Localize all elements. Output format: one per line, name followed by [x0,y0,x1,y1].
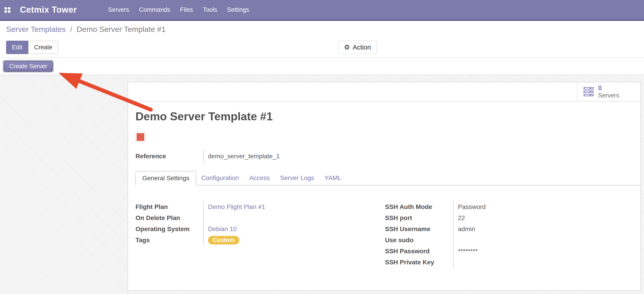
action-button-label: Action [353,44,371,51]
values-column: Password 22 admin ******** [453,201,633,268]
apps-grid-square [4,7,7,10]
ssh-port-value: 22 [458,212,633,223]
tags-label: Tags [136,234,203,246]
stat-count: 0 [598,84,619,92]
menu-settings[interactable]: Settings [222,0,254,20]
button-box: 0 Servers [128,82,640,101]
action-button[interactable]: ⚙ Action [338,41,377,54]
labels-column: Flight Plan On Delete Plan Operating Sys… [136,201,203,246]
app-brand[interactable]: Cetmix Tower [20,5,77,15]
breadcrumb-separator: / [68,25,74,34]
use-sudo-label: Use sudo [385,234,453,246]
apps-grid-icon[interactable] [4,7,10,13]
reference-value: demo_server_template_1 [203,149,280,164]
stat-texts: 0 Servers [598,84,619,99]
use-sudo-value [458,234,633,246]
on-delete-plan-value [208,212,385,223]
ssh-private-key-value [458,257,633,268]
ssh-auth-mode-value: Password [458,201,633,212]
reference-field-row: Reference demo_server_template_1 [136,149,631,164]
servers-stat-button[interactable]: 0 Servers [577,82,640,101]
labels-column: SSH Auth Mode SSH port SSH Username Use … [385,201,453,268]
tab-server-logs[interactable]: Server Logs [275,171,319,185]
flight-plan-value-link[interactable]: Demo Flight Plan #1 [208,203,265,211]
operating-system-label: Operating System [136,223,203,234]
group-ssh: SSH Auth Mode SSH port SSH Username Use … [385,201,633,268]
tab-general-settings[interactable]: General Settings [136,171,196,186]
notebook-tabs: General Settings Configuration Access Se… [136,171,640,186]
breadcrumb-server-templates[interactable]: Server Templates [6,25,66,34]
tab-configuration[interactable]: Configuration [196,171,244,185]
menu-commands[interactable]: Commands [134,0,175,20]
tag-custom: Custom [208,236,239,244]
ssh-username-value: admin [458,223,633,234]
record-color-swatch [136,133,144,141]
top-navbar: Cetmix Tower Servers Commands Files Tool… [0,0,644,21]
record-title: Demo Server Template #1 [136,110,273,123]
breadcrumb: Server Templates / Demo Server Template … [6,25,166,34]
ssh-auth-mode-label: SSH Auth Mode [385,201,453,212]
ssh-username-label: SSH Username [385,223,453,234]
group-general: Flight Plan On Delete Plan Operating Sys… [136,201,385,246]
edit-button[interactable]: Edit [6,41,28,54]
tab-access[interactable]: Access [244,171,275,185]
on-delete-plan-label: On Delete Plan [136,212,203,223]
field-groups: Flight Plan On Delete Plan Operating Sys… [136,201,633,268]
ssh-private-key-label: SSH Private Key [385,257,453,268]
menu-files[interactable]: Files [175,0,198,20]
ssh-password-label: SSH Password [385,246,453,257]
values-column: Demo Flight Plan #1 Debian 10 Custom [203,201,385,246]
ssh-port-label: SSH port [385,212,453,223]
flight-plan-label: Flight Plan [136,201,203,212]
content-background: 0 Servers Demo Server Template #1 Refere… [0,75,644,294]
page: Cetmix Tower Servers Commands Files Tool… [0,0,644,294]
main-menu: Servers Commands Files Tools Settings [103,0,254,20]
apps-grid-square [8,11,10,13]
apps-grid-square [8,7,10,10]
gear-icon: ⚙ [344,44,350,51]
menu-tools[interactable]: Tools [198,0,222,20]
breadcrumb-current: Demo Server Template #1 [76,25,166,34]
menu-servers[interactable]: Servers [103,0,134,20]
record-color-picker[interactable] [136,132,146,142]
statusbar: Create Server [0,57,644,75]
apps-grid-square [4,11,7,13]
operating-system-value-link[interactable]: Debian 10 [208,225,237,233]
server-stack-icon [583,87,594,97]
reference-label: Reference [136,149,203,164]
tab-yaml[interactable]: YAML [319,171,346,185]
stat-label: Servers [598,92,619,99]
create-button[interactable]: Create [28,41,58,54]
ssh-password-value: ******** [458,246,633,257]
create-server-button[interactable]: Create Server [4,61,53,72]
form-sheet: 0 Servers Demo Server Template #1 Refere… [128,82,641,291]
